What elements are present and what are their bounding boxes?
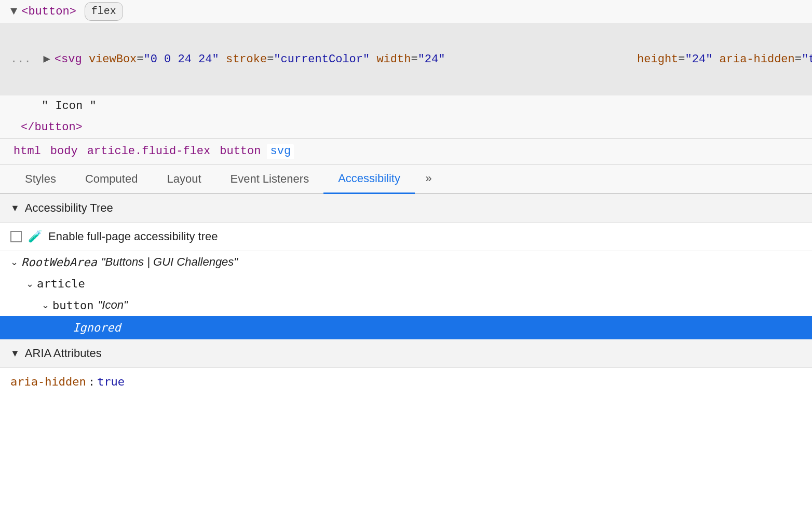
enable-label: Enable full-page accessibility tree [48, 230, 218, 243]
attr-width: width [376, 51, 411, 68]
dom-inspector: ▼ <button> flex ... ▶ <svg viewBox="0 0 … [0, 0, 812, 139]
breadcrumb-body[interactable]: body [47, 144, 81, 159]
tab-layout[interactable]: Layout [152, 165, 215, 194]
aria-hidden-name: aria-hidden [10, 375, 86, 388]
attr-aria-hidden: aria-hidden [720, 51, 795, 68]
val-viewBox: "0 0 24 24" [144, 51, 219, 68]
dom-line-text-icon[interactable]: " Icon " [0, 95, 812, 117]
article-tag: article [37, 277, 85, 290]
space1 [219, 51, 226, 68]
aria-hidden-row: aria-hidden : true [0, 368, 812, 395]
breadcrumb-button[interactable]: button [216, 144, 264, 159]
attr-stroke: stroke [226, 51, 267, 68]
breadcrumb-article[interactable]: article.fluid-flex [84, 144, 214, 159]
aria-attributes-header[interactable]: ▼ ARIA Attributes [0, 339, 812, 368]
breadcrumb-svg[interactable]: svg [267, 144, 294, 159]
tabs-bar: Styles Computed Layout Event Listeners A… [0, 164, 812, 194]
tab-more-button[interactable]: » [415, 166, 442, 193]
enable-checkbox[interactable] [10, 231, 22, 242]
dom-line-button-open[interactable]: ▼ <button> flex [0, 0, 812, 23]
tree-row-article[interactable]: ⌄ article [0, 273, 812, 294]
main-content: ▼ Accessibility Tree 🧪 Enable full-page … [0, 194, 812, 395]
tab-computed[interactable]: Computed [71, 165, 153, 194]
tree-row-ignored[interactable]: Ignored [0, 316, 812, 339]
aria-attributes-label: ARIA Attributes [25, 347, 102, 360]
aria-triangle-icon: ▼ [10, 348, 20, 359]
button-tag: button [52, 299, 93, 312]
tree-row-button[interactable]: ⌄ button "Icon" [0, 294, 812, 316]
tree-row-rootwebarea[interactable]: ⌄ RootWebArea "Buttons | GUI Challenges" [0, 251, 812, 273]
eq4: = [678, 51, 685, 68]
aria-hidden-value: true [97, 375, 125, 388]
triangle-icon: ▼ [10, 203, 20, 214]
accessibility-tree-header[interactable]: ▼ Accessibility Tree [0, 194, 812, 223]
dom-line-svg[interactable]: ... ▶ <svg viewBox="0 0 24 24" stroke="c… [0, 23, 812, 95]
attr-viewBox: viewBox [89, 51, 137, 68]
tab-accessibility[interactable]: Accessibility [323, 164, 415, 194]
attr-height: height [637, 51, 678, 68]
button-chevron: ⌄ [42, 299, 49, 311]
eq1: = [137, 51, 143, 68]
tab-event-listeners[interactable]: Event Listeners [216, 165, 324, 194]
expand-arrow: ▼ [10, 3, 17, 20]
accessibility-tree-label: Accessibility Tree [25, 201, 113, 215]
svg-arrow: ▶ [44, 51, 50, 68]
aria-hidden-colon: : [88, 375, 95, 388]
dom-line-button-close[interactable]: </button> [0, 117, 812, 138]
val-width: "24" [418, 51, 445, 68]
icon-text: " Icon " [42, 98, 97, 115]
tag-bracket-close: > [70, 3, 76, 20]
article-chevron: ⌄ [26, 278, 34, 290]
val-aria-hidden: "true" [802, 51, 812, 68]
rootwebarea-chevron: ⌄ [10, 256, 18, 268]
rootwebarea-label: "Buttons | GUI Challenges" [101, 255, 238, 269]
tab-styles[interactable]: Styles [10, 165, 71, 194]
val-stroke: "currentColor" [274, 51, 370, 68]
flex-badge: flex [85, 2, 123, 21]
space3 [712, 51, 719, 68]
val-height: "24" [685, 51, 713, 68]
flask-icon: 🧪 [28, 230, 42, 243]
space2 [370, 51, 376, 68]
ignored-tag: Ignored [73, 321, 121, 334]
devtools-panel: ▼ <button> flex ... ▶ <svg viewBox="0 0 … [0, 0, 812, 395]
eq5: = [795, 51, 802, 68]
button-close-tag: </button> [21, 119, 83, 136]
rootwebarea-tag: RootWebArea [21, 256, 97, 269]
tag-button-name: button [28, 3, 69, 20]
dots-icon: ... [10, 51, 31, 68]
eq3: = [411, 51, 417, 68]
breadcrumb-html[interactable]: html [10, 144, 44, 159]
tag-bracket: < [21, 3, 28, 20]
breadcrumb-bar: html body article.fluid-flex button svg [0, 139, 812, 164]
button-label: "Icon" [98, 298, 127, 312]
svg-tag-open: <svg [55, 51, 89, 68]
eq2: = [267, 51, 274, 68]
enable-accessibility-row[interactable]: 🧪 Enable full-page accessibility tree [0, 223, 812, 251]
